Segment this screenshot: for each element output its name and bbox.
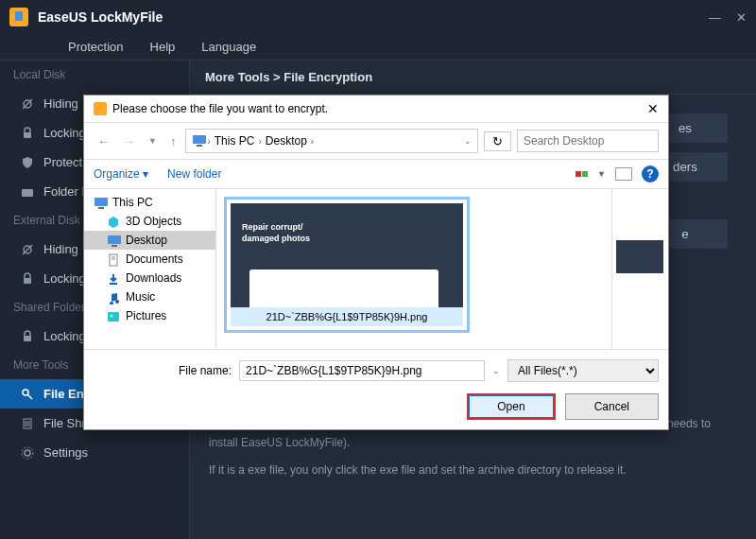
- gear-icon: [21, 446, 34, 460]
- svg-point-14: [25, 450, 30, 456]
- dialog-title: Please choose the file you want to encry…: [112, 102, 328, 115]
- menu-bar: Protection Help Language: [0, 34, 756, 61]
- desktop-icon: [107, 235, 120, 246]
- tree-item-desktop[interactable]: Desktop: [84, 231, 215, 250]
- refresh-icon[interactable]: ↻: [484, 131, 511, 151]
- lock-icon: [21, 127, 34, 140]
- back-arrow-icon[interactable]: ←: [94, 132, 113, 150]
- 3d-icon: [107, 216, 120, 227]
- svg-rect-16: [193, 135, 206, 144]
- title-bar: EaseUS LockMyFile — ✕: [0, 0, 756, 34]
- chevron-down-icon[interactable]: ▼: [145, 134, 161, 148]
- folder-tree: This PC3D ObjectsDesktopDocumentsDownloa…: [84, 189, 216, 349]
- svg-rect-17: [197, 145, 202, 147]
- sidebar-section-header: Local Disk: [0, 61, 189, 89]
- filename-label: File name:: [179, 364, 232, 377]
- svg-rect-3: [22, 189, 33, 197]
- folder-icon: [21, 185, 34, 199]
- monitor-icon: [192, 134, 207, 148]
- tree-item-music[interactable]: Music: [84, 287, 215, 306]
- music-icon: [107, 291, 120, 303]
- svg-rect-22: [110, 254, 117, 266]
- svg-rect-2: [24, 132, 31, 138]
- svg-point-15: [22, 447, 33, 459]
- file-type-filter[interactable]: All Files(*.*): [507, 359, 659, 382]
- cancel-button[interactable]: Cancel: [565, 393, 659, 420]
- path-bar[interactable]: › This PC › Desktop › ⌄: [185, 129, 478, 153]
- sidebar-item-label: Locking: [43, 126, 86, 140]
- tree-item-downloads[interactable]: Downloads: [84, 269, 215, 287]
- tree-item-documents[interactable]: Documents: [84, 250, 215, 269]
- help-text-2: If it is a exe file, you only click the …: [209, 461, 737, 479]
- svg-point-27: [111, 315, 113, 318]
- svg-rect-20: [108, 235, 121, 244]
- menu-language[interactable]: Language: [201, 40, 256, 54]
- path-dropdown-icon[interactable]: ⌄: [464, 136, 472, 146]
- lock-icon: [21, 330, 34, 343]
- eye-off-icon: [21, 243, 34, 256]
- close-icon[interactable]: ✕: [736, 10, 747, 25]
- sidebar-item-label: Locking: [43, 271, 86, 286]
- forward-arrow-icon[interactable]: →: [119, 132, 139, 150]
- svg-rect-21: [112, 245, 117, 247]
- tree-item-pictures[interactable]: Pictures: [84, 306, 215, 325]
- doc-icon: [107, 253, 120, 265]
- pc-icon: [94, 197, 107, 208]
- sidebar-item-label: Hiding: [43, 242, 78, 256]
- preview-pane-icon[interactable]: [615, 167, 632, 181]
- svg-rect-7: [24, 336, 31, 341]
- lock-icon: [21, 272, 34, 286]
- svg-rect-18: [94, 198, 108, 206]
- new-folder-button[interactable]: New folder: [167, 167, 221, 181]
- search-input[interactable]: [517, 130, 659, 152]
- shield-icon: [94, 102, 107, 115]
- svg-rect-6: [24, 278, 31, 284]
- sidebar-item-settings[interactable]: Settings: [0, 438, 189, 467]
- tree-item-this pc[interactable]: This PC: [84, 193, 215, 212]
- shred-icon: [21, 417, 34, 430]
- help-icon[interactable]: ?: [642, 165, 659, 183]
- sidebar-item-label: Settings: [43, 445, 88, 460]
- file-open-dialog: Please choose the file you want to encry…: [83, 95, 669, 430]
- key-icon: [21, 388, 34, 401]
- thumbnails-view-icon[interactable]: [576, 171, 588, 177]
- up-arrow-icon[interactable]: ↑: [166, 132, 180, 150]
- preview-thumbnail-icon: [616, 240, 663, 273]
- pic-icon: [107, 310, 120, 322]
- file-name-label: 21D~`ZBB%G{L1$9TP85K}9H.png: [231, 307, 463, 326]
- download-icon: [107, 272, 120, 284]
- breadcrumb: More Tools > File Encryption: [190, 61, 756, 95]
- open-button[interactable]: Open: [467, 393, 555, 420]
- svg-line-9: [27, 394, 32, 399]
- tree-item-3d objects[interactable]: 3D Objects: [84, 212, 215, 231]
- svg-rect-19: [98, 207, 104, 209]
- organize-button[interactable]: Organize ▾: [94, 167, 148, 181]
- file-thumbnail[interactable]: Repair corrupt/ damaged photos 21D~`ZBB%…: [224, 197, 470, 333]
- sidebar-item-label: Hiding: [43, 96, 78, 111]
- menu-protection[interactable]: Protection: [68, 40, 124, 54]
- app-logo-icon: [9, 8, 28, 26]
- shield-icon: [21, 156, 34, 169]
- minimize-icon[interactable]: —: [709, 10, 721, 25]
- svg-rect-26: [108, 312, 119, 322]
- preview-pane: [611, 189, 668, 349]
- dialog-close-icon[interactable]: ✕: [647, 101, 659, 116]
- menu-help[interactable]: Help: [150, 40, 176, 54]
- filename-input[interactable]: [239, 360, 485, 381]
- sidebar-item-label: Locking: [43, 329, 86, 343]
- eye-off-icon: [21, 97, 34, 111]
- app-title: EaseUS LockMyFile: [38, 9, 163, 25]
- file-list[interactable]: Repair corrupt/ damaged photos 21D~`ZBB%…: [216, 189, 611, 349]
